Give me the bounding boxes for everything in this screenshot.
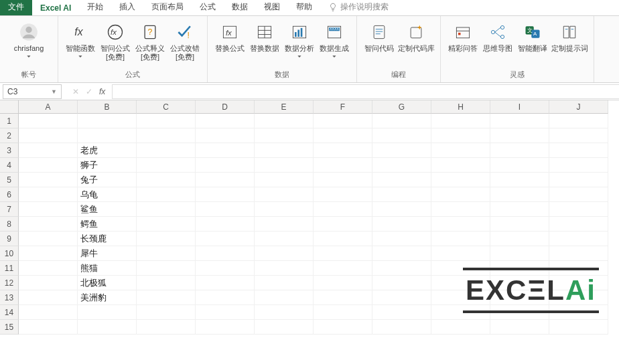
tab-page-layout[interactable]: 页面布局	[143, 0, 192, 15]
fix-formula-button[interactable]: ! 公式改错 [免费]	[168, 19, 202, 68]
cell-J15[interactable]	[549, 320, 608, 335]
cell-A15[interactable]	[19, 320, 78, 335]
cell-A11[interactable]	[19, 261, 78, 276]
cell-E3[interactable]	[255, 143, 314, 158]
row-header-14[interactable]: 14	[0, 305, 19, 320]
cell-E10[interactable]	[255, 246, 314, 261]
cell-E13[interactable]	[255, 290, 314, 305]
col-header-J[interactable]: J	[549, 100, 608, 114]
row-header-5[interactable]: 5	[0, 173, 19, 187]
cell-G5[interactable]	[372, 173, 431, 187]
cell-I5[interactable]	[490, 173, 549, 187]
cell-I15[interactable]	[490, 320, 549, 335]
cell-G12[interactable]	[372, 276, 431, 290]
cell-I3[interactable]	[490, 143, 549, 158]
cell-B6[interactable]: 乌龟	[78, 187, 137, 202]
translate-button[interactable]: 文A 智能翻译	[516, 19, 549, 68]
cell-I1[interactable]	[490, 114, 549, 128]
col-header-H[interactable]: H	[431, 100, 490, 114]
col-header-I[interactable]: I	[490, 100, 549, 114]
cell-C2[interactable]	[137, 128, 196, 143]
cancel-icon[interactable]: ✕	[72, 87, 79, 96]
ask-code-button[interactable]: 智问代码	[362, 19, 396, 68]
cell-B12[interactable]: 北极狐	[78, 276, 137, 290]
cell-I7[interactable]	[490, 202, 549, 217]
cell-H7[interactable]	[431, 202, 490, 217]
cell-G15[interactable]	[372, 320, 431, 335]
cell-D14[interactable]	[196, 305, 255, 320]
cell-A12[interactable]	[19, 276, 78, 290]
cell-G8[interactable]	[372, 217, 431, 232]
col-header-G[interactable]: G	[372, 100, 431, 114]
cell-A3[interactable]	[19, 143, 78, 158]
cell-C1[interactable]	[137, 114, 196, 128]
cell-A10[interactable]	[19, 246, 78, 261]
data-analyze-button[interactable]: 数据分析 ▼	[283, 19, 316, 68]
col-header-D[interactable]: D	[196, 100, 255, 114]
col-header-E[interactable]: E	[255, 100, 314, 114]
cell-H3[interactable]	[431, 143, 490, 158]
cell-G14[interactable]	[372, 305, 431, 320]
cell-F3[interactable]	[314, 143, 372, 158]
cell-H6[interactable]	[431, 187, 490, 202]
cell-H5[interactable]	[431, 173, 490, 187]
cell-H9[interactable]	[431, 232, 490, 246]
cell-I8[interactable]	[490, 217, 549, 232]
cell-C9[interactable]	[137, 232, 196, 246]
cell-C14[interactable]	[137, 305, 196, 320]
tab-view[interactable]: 视图	[256, 0, 288, 15]
cell-F11[interactable]	[314, 261, 372, 276]
cell-D9[interactable]	[196, 232, 255, 246]
cell-D5[interactable]	[196, 173, 255, 187]
cell-G9[interactable]	[372, 232, 431, 246]
tab-excel-ai[interactable]: Excel AI	[32, 1, 79, 15]
cell-J1[interactable]	[549, 114, 608, 128]
cell-C13[interactable]	[137, 290, 196, 305]
cell-E4[interactable]	[255, 158, 314, 173]
cell-C6[interactable]	[137, 187, 196, 202]
cell-D11[interactable]	[196, 261, 255, 276]
row-header-15[interactable]: 15	[0, 320, 19, 335]
cell-B14[interactable]	[78, 305, 137, 320]
cell-F13[interactable]	[314, 290, 372, 305]
cell-B5[interactable]: 兔子	[78, 173, 137, 187]
cell-E14[interactable]	[255, 305, 314, 320]
cell-A4[interactable]	[19, 158, 78, 173]
cell-A5[interactable]	[19, 173, 78, 187]
cell-D2[interactable]	[196, 128, 255, 143]
replace-data-button[interactable]: 替换数据	[248, 19, 281, 68]
cell-H4[interactable]	[431, 158, 490, 173]
row-header-4[interactable]: 4	[0, 158, 19, 173]
row-header-6[interactable]: 6	[0, 187, 19, 202]
cell-D3[interactable]	[196, 143, 255, 158]
cell-F5[interactable]	[314, 173, 372, 187]
cell-B3[interactable]: 老虎	[78, 143, 137, 158]
cell-H8[interactable]	[431, 217, 490, 232]
row-header-13[interactable]: 13	[0, 290, 19, 305]
tab-help[interactable]: 帮助	[288, 0, 320, 15]
cell-B9[interactable]: 长颈鹿	[78, 232, 137, 246]
cell-D8[interactable]	[196, 217, 255, 232]
row-header-7[interactable]: 7	[0, 202, 19, 217]
cell-I4[interactable]	[490, 158, 549, 173]
cell-E7[interactable]	[255, 202, 314, 217]
fx-icon[interactable]: fx	[99, 87, 105, 96]
cell-F14[interactable]	[314, 305, 372, 320]
cell-D12[interactable]	[196, 276, 255, 290]
tab-formulas[interactable]: 公式	[192, 0, 224, 15]
cell-H10[interactable]	[431, 246, 490, 261]
cell-B11[interactable]: 熊猫	[78, 261, 137, 276]
col-header-C[interactable]: C	[137, 100, 196, 114]
cell-F4[interactable]	[314, 158, 372, 173]
cell-J2[interactable]	[549, 128, 608, 143]
cell-C10[interactable]	[137, 246, 196, 261]
ask-formula-button[interactable]: fx 智问公式 [免费]	[98, 19, 132, 68]
row-header-11[interactable]: 11	[0, 261, 19, 276]
cell-F8[interactable]	[314, 217, 372, 232]
cell-C15[interactable]	[137, 320, 196, 335]
cell-A14[interactable]	[19, 305, 78, 320]
cell-C3[interactable]	[137, 143, 196, 158]
tab-home[interactable]: 开始	[79, 0, 111, 15]
cell-G10[interactable]	[372, 246, 431, 261]
cell-C11[interactable]	[137, 261, 196, 276]
